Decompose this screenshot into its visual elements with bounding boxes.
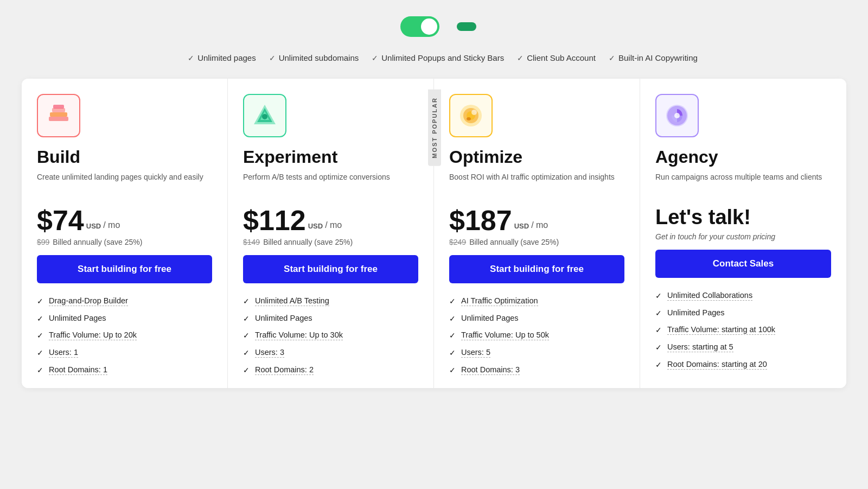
cta-button-agency[interactable]: Contact Sales [655,250,831,278]
plan-desc: Boost ROI with AI traffic optimization a… [449,172,624,194]
feature-text: Traffic Volume: Up to 30k [255,331,343,340]
pricing-cards-grid: Build Create unlimited landing pages qui… [22,79,846,388]
feature-item: ✓ Unlimited Pages [37,314,212,323]
check-icon: ✓ [37,348,43,357]
plan-desc: Perform A/B tests and optimize conversio… [243,172,418,194]
all-plans-feature: ✓Unlimited subdomains [269,53,359,62]
check-icon: ✓ [449,297,456,306]
svg-rect-0 [49,117,68,121]
check-icon: ✓ [243,366,250,374]
price-mo: / mo [531,220,548,230]
check-icon: ✓ [609,54,615,62]
features-list: ✓ AI Traffic Optimization ✓ Unlimited Pa… [449,296,624,375]
feature-item: ✓ Unlimited Pages [243,314,418,323]
feature-text: Unlimited Pages [49,314,106,323]
plan-name: Experiment [243,147,418,167]
svg-rect-3 [53,105,64,109]
check-icon: ✓ [449,331,456,340]
price-original: $249Billed annually (save 25%) [449,238,624,246]
svg-rect-2 [52,108,65,112]
check-icon: ✓ [243,348,250,357]
feature-text: Users: 1 [49,348,78,358]
plan-name: Build [37,147,212,167]
plan-icon-experiment [243,94,286,137]
all-plans-feature: ✓Unlimited Popups and Sticky Bars [372,53,504,62]
plan-icon-optimize [449,94,493,137]
check-icon: ✓ [37,314,43,323]
feature-item: ✓ Root Domains: starting at 20 [655,360,831,370]
check-icon: ✓ [655,326,662,334]
feature-item: ✓ Traffic Volume: Up to 20k [37,331,212,340]
check-icon: ✓ [655,360,662,369]
feature-text: Unlimited Pages [255,314,312,323]
feature-text: Users: 5 [461,348,490,358]
feature-item: ✓ Traffic Volume: Up to 50k [449,331,624,340]
feature-text: AI Traffic Optimization [461,296,538,306]
features-list: ✓ Unlimited A/B Testing ✓ Unlimited Page… [243,296,418,375]
cta-button-build[interactable]: Start building for free [37,255,212,283]
feature-text: Root Domains: 1 [49,365,107,375]
feature-item: ✓ Unlimited Pages [655,308,831,317]
custom-pricing: Get in touch for your custom pricing [655,232,831,241]
check-icon: ✓ [655,309,662,317]
svg-rect-1 [50,112,67,117]
svg-point-7 [262,114,267,119]
price-row: $187 USD / mo [449,206,624,234]
price-mo: / mo [103,220,120,230]
feature-item: ✓ Root Domains: 3 [449,365,624,375]
cta-button-optimize[interactable]: Start building for free [449,255,624,283]
feature-item: ✓ Users: 1 [37,348,212,358]
feature-text: Traffic Volume: starting at 100k [667,325,775,335]
check-icon: ✓ [269,54,276,62]
price-original: $99Billed annually (save 25%) [37,238,212,246]
check-icon: ✓ [37,297,43,306]
feature-item: ✓ Unlimited A/B Testing [243,296,418,306]
all-plans-feature: ✓Client Sub Account [517,53,596,62]
plan-card-experiment: Most Popular Experiment Perform A/B test… [228,79,434,388]
check-icon: ✓ [372,54,378,62]
feature-item: ✓ Users: starting at 5 [655,342,831,352]
check-icon: ✓ [37,331,43,340]
price-row: $112 USD / mo [243,206,418,234]
cta-button-experiment[interactable]: Start building for free [243,255,418,283]
price-usd: USD [514,222,529,230]
billing-toggle-row [22,16,846,37]
price-usd: USD [86,222,101,230]
plan-icon-agency [655,94,699,137]
check-icon: ✓ [188,54,194,62]
feature-item: ✓ Root Domains: 2 [243,365,418,375]
feature-item: ✓ Unlimited Pages [449,314,624,323]
check-icon: ✓ [243,297,250,306]
price-main: $74 [37,206,84,234]
check-icon: ✓ [243,331,250,340]
most-popular-badge: Most Popular [428,90,441,166]
check-icon: ✓ [449,348,456,357]
check-icon: ✓ [655,291,662,300]
feature-item: ✓ Root Domains: 1 [37,365,212,375]
price-usd: USD [308,222,323,230]
feature-item: ✓ Users: 5 [449,348,624,358]
plan-card-optimize: Optimize Boost ROI with AI traffic optim… [434,79,640,388]
plan-desc: Create unlimited landing pages quickly a… [37,172,212,194]
plan-icon-build [37,94,80,137]
plan-name: Optimize [449,147,624,167]
feature-text: Traffic Volume: Up to 20k [49,331,137,340]
feature-item: ✓ AI Traffic Optimization [449,296,624,306]
feature-text: Root Domains: starting at 20 [667,360,767,370]
plan-card-agency: Agency Run campaigns across multiple tea… [640,79,846,388]
check-icon: ✓ [243,314,250,323]
price-main: $187 [449,206,512,234]
check-icon: ✓ [655,343,662,352]
lets-talk: Let's talk! [655,206,831,229]
save-badge [457,22,476,31]
billing-toggle[interactable] [400,16,439,37]
check-icon: ✓ [449,314,456,323]
price-original: $149Billed annually (save 25%) [243,238,418,246]
feature-text: Users: starting at 5 [667,342,733,352]
svg-point-11 [471,110,477,115]
check-icon: ✓ [449,366,456,374]
feature-item: ✓ Drag-and-Drop Builder [37,296,212,306]
plan-name: Agency [655,147,831,167]
feature-text: Root Domains: 2 [255,365,314,375]
feature-text: Unlimited Pages [667,308,725,317]
